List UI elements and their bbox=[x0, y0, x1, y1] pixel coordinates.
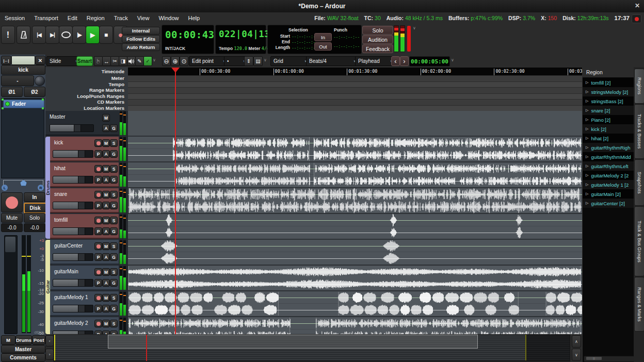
phase-2-button[interactable]: Ø2 bbox=[24, 87, 45, 97]
track-mute-button[interactable]: M bbox=[102, 242, 110, 250]
fader-handle[interactable] bbox=[74, 125, 81, 131]
menu-window[interactable]: Window bbox=[154, 15, 183, 21]
hand-tool-button[interactable]: ☞ bbox=[94, 56, 103, 66]
expand-triangle-icon[interactable]: ▷ bbox=[586, 90, 588, 94]
track-header-tomfill[interactable]: tomfillMSPAG bbox=[50, 214, 119, 239]
track-auto-button[interactable]: A bbox=[102, 279, 110, 287]
region-list-scrollbar[interactable] bbox=[584, 356, 634, 362]
expand-tracks-button[interactable]: ⇕ bbox=[244, 56, 253, 66]
side-tab-regions[interactable]: Regions bbox=[634, 69, 644, 104]
track-group-button[interactable]: G bbox=[110, 124, 118, 132]
track-playlist-button[interactable]: P bbox=[94, 253, 102, 261]
nudge-back-button[interactable]: ‹ bbox=[391, 56, 400, 66]
track-mute-button[interactable]: M bbox=[102, 191, 110, 199]
note-tool-button[interactable]: ✓ bbox=[143, 56, 152, 66]
track-fader[interactable] bbox=[53, 279, 93, 287]
track-record-arm-button[interactable] bbox=[94, 191, 102, 199]
track-playlist-button[interactable]: P bbox=[94, 331, 102, 334]
region-list-item[interactable]: ▷guitarRhythmMidd bbox=[583, 152, 634, 161]
menu-edit[interactable]: Edit bbox=[63, 15, 82, 21]
record-status-button[interactable] bbox=[632, 14, 641, 23]
title-bar[interactable]: *Demo – Ardour ✕ bbox=[0, 0, 644, 12]
fader-handle[interactable] bbox=[78, 176, 85, 183]
draw-tool-button[interactable]: ✎ bbox=[135, 56, 144, 66]
track-record-arm-button[interactable] bbox=[94, 217, 102, 224]
punch-in-button[interactable]: In bbox=[314, 33, 332, 41]
record-arm-button[interactable] bbox=[1, 192, 23, 212]
transport-stop-button[interactable]: ■ bbox=[99, 26, 113, 44]
strip-track-name[interactable]: kick bbox=[1, 65, 45, 75]
toggle-auto-return[interactable]: Auto Return bbox=[122, 43, 160, 51]
processor-box[interactable]: Fader bbox=[1, 98, 44, 178]
region-list-item[interactable]: ▷guitarMain [2] bbox=[583, 189, 634, 199]
track-solo-button[interactable]: S bbox=[110, 242, 118, 250]
track-auto-button[interactable]: A bbox=[102, 253, 110, 261]
region-list-item[interactable]: ▷stringsBass [2] bbox=[583, 96, 634, 106]
transport-metronome-button[interactable] bbox=[17, 26, 30, 44]
strip-tab-m[interactable]: M bbox=[1, 335, 15, 345]
menu-track[interactable]: Track bbox=[109, 15, 133, 21]
track-header-guitarmain[interactable]: guitarMainMSPAG bbox=[50, 266, 119, 290]
expand-triangle-icon[interactable]: ▷ bbox=[586, 192, 588, 196]
track-mute-button[interactable]: M bbox=[102, 139, 110, 147]
track-fader[interactable] bbox=[53, 176, 93, 184]
region-list-item[interactable]: ▷guitarCenter [2] bbox=[583, 199, 634, 208]
expand-triangle-icon[interactable]: ▷ bbox=[586, 136, 588, 140]
zoom-in-button[interactable]: ⊕ bbox=[171, 56, 180, 66]
monitor-solo-button[interactable]: Solo bbox=[362, 26, 393, 35]
region-list-item[interactable]: ▷stringsMelody [2] bbox=[583, 87, 634, 96]
track-header-guitarmelody-1[interactable]: guitarMelody 1MSPAG bbox=[50, 291, 119, 316]
track-record-arm-button[interactable] bbox=[94, 320, 102, 327]
scrollbar-thumb[interactable] bbox=[586, 357, 602, 360]
master-tab-button[interactable]: Master bbox=[1, 345, 45, 353]
ruler-band-location-markers[interactable] bbox=[128, 105, 582, 111]
ruler-strip[interactable]: 00:00:30:0000:01:00:0000:01:30:0000:02:0… bbox=[128, 67, 582, 111]
expand-triangle-icon[interactable]: ▷ bbox=[586, 173, 588, 177]
region-list-item[interactable]: ▷guitarMelody 1 [2 bbox=[583, 180, 634, 189]
track-solo-button[interactable]: S bbox=[110, 139, 118, 147]
track-record-arm-button[interactable] bbox=[94, 165, 102, 173]
track-header-guitarcenter[interactable]: guitarCenterMSPAG bbox=[50, 240, 119, 265]
narrow-strip-button[interactable]: |↔| bbox=[1, 56, 11, 65]
side-tab-tracks-busses[interactable]: Tracks & Busses bbox=[634, 104, 644, 159]
transport-midi-panic-button[interactable]: ! bbox=[1, 26, 15, 44]
grid-type-dropdown[interactable]: Beats/4 bbox=[306, 56, 359, 66]
pan-thumb[interactable] bbox=[20, 180, 27, 186]
track-playlist-button[interactable]: P bbox=[94, 202, 102, 209]
region-list-item[interactable]: ▷guitarMelody 2 [2 bbox=[583, 171, 634, 180]
track-fader[interactable] bbox=[53, 253, 93, 261]
track-header-guitarmelody-2[interactable]: guitarMelody 2MSPAG bbox=[50, 317, 119, 334]
expand-triangle-icon[interactable]: ▷ bbox=[586, 155, 588, 159]
gain-fader[interactable] bbox=[4, 235, 18, 334]
zoom-focus-dropdown[interactable]: Playhead bbox=[355, 56, 395, 66]
monitor-feedback-button[interactable]: Feedback bbox=[362, 44, 393, 53]
track-group-button[interactable]: G bbox=[110, 253, 118, 261]
input-monitor-button[interactable]: In bbox=[24, 192, 45, 202]
scroll-up-button[interactable]: ∧ bbox=[572, 335, 581, 348]
expand-triangle-icon[interactable]: ▷ bbox=[586, 201, 588, 205]
ruler-band-range-markers[interactable] bbox=[128, 87, 582, 93]
scroll-left-button[interactable]: ‹ bbox=[45, 335, 54, 347]
track-header-hihat[interactable]: hihatMSPAG bbox=[50, 162, 119, 187]
track-mute-button[interactable]: M bbox=[102, 114, 110, 122]
region-list-item[interactable]: ▷hihat [2] bbox=[583, 134, 634, 143]
region-list-item[interactable]: ▷tomfill [2] bbox=[583, 78, 634, 87]
track-fader[interactable] bbox=[53, 150, 93, 158]
gain-display[interactable]: -0.0 bbox=[1, 223, 23, 232]
processor-led[interactable] bbox=[5, 102, 10, 106]
toggle-internal[interactable]: Internal bbox=[122, 27, 160, 35]
nudge-forward-button[interactable]: › bbox=[400, 56, 409, 66]
edit-mode-dropdown[interactable]: Slide bbox=[46, 56, 81, 66]
track-fader[interactable] bbox=[53, 305, 93, 312]
shrink-tracks-button[interactable]: ▤ bbox=[253, 56, 263, 66]
expand-triangle-icon[interactable]: ▷ bbox=[586, 99, 588, 103]
track-fader[interactable] bbox=[53, 227, 93, 235]
fader-handle[interactable] bbox=[78, 228, 85, 235]
side-tab-track-bus-groups[interactable]: Track & Bus Groups bbox=[634, 206, 644, 276]
expand-triangle-icon[interactable]: ▷ bbox=[586, 145, 588, 150]
phase-1-button[interactable]: Ø1 bbox=[1, 87, 23, 97]
track-auto-button[interactable]: A bbox=[102, 124, 110, 132]
track-group-button[interactable]: G bbox=[110, 305, 118, 312]
secondary-clock[interactable]: 022|04|1341 Tempo 120.0 Meter 4/4 bbox=[215, 25, 266, 54]
track-record-arm-button[interactable] bbox=[94, 268, 102, 276]
